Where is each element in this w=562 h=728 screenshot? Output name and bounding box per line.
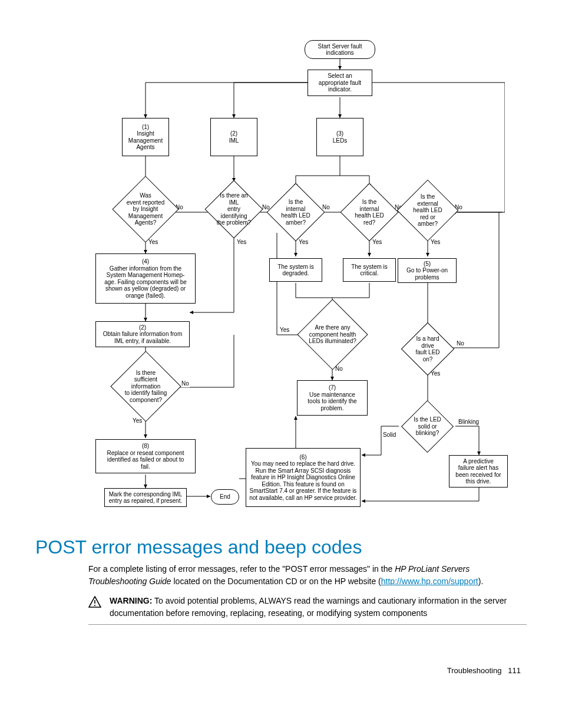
node-text: Is there sufficient information to ident… <box>121 368 171 405</box>
node-text: Start Server fault indications <box>318 43 362 57</box>
node-branch-3: (3) LEDs <box>316 118 363 156</box>
document-page: Yes No Yes No Yes No Yes No Yes No Yes N… <box>0 0 562 699</box>
text: located on the Documentation CD or on th… <box>171 577 381 586</box>
node-text: Is there an IML entry identifying the pr… <box>213 191 254 228</box>
node-predictive-alert: A predictive failure alert has been rece… <box>449 455 508 487</box>
decision-sufficient-info: Is there sufficient information to ident… <box>121 361 171 411</box>
flowchart-diagram: Yes No Yes No Yes No Yes No Yes No Yes N… <box>57 35 505 525</box>
node-text: End <box>220 493 230 500</box>
warning-block: WARNING: To avoid potential problems, AL… <box>88 595 527 625</box>
node-text: The system is critical. <box>351 263 388 277</box>
node-text: The system is degraded. <box>277 263 314 277</box>
node-maintenance-tools: (7) Use maintenance tools to identify th… <box>297 380 368 416</box>
node-text: (5) Go to Power-on problems <box>406 261 448 281</box>
section-heading: POST error messages and beep codes <box>35 536 527 558</box>
edge-label: Yes <box>430 239 441 246</box>
edge-label: Yes <box>372 239 382 246</box>
node-branch-2: (2) IML <box>210 118 257 156</box>
decision-hdd-fault: Is a hard drive fault LED on? <box>409 330 447 368</box>
warning-body: To avoid potential problems, ALWAYS read… <box>110 596 507 618</box>
decision-external-led: Is the external health LED red or amber? <box>406 189 449 232</box>
edge-label: Blinking <box>458 419 480 426</box>
node-text: (1) Insight Management Agents <box>128 124 163 151</box>
decision-iml-entry: Is there an IML entry identifying the pr… <box>213 189 254 230</box>
node-start: Start Server fault indications <box>305 40 375 59</box>
node-text: (3) LEDs <box>333 130 347 144</box>
node-text: Is the external health LED red or amber? <box>406 192 449 229</box>
node-text: (8) Replace or reseat component identifi… <box>107 443 184 470</box>
support-link[interactable]: http://www.hp.com/support <box>381 577 478 586</box>
decision-event-reported: Was event reported by Insight Management… <box>122 186 169 233</box>
node-branch-1: (1) Insight Management Agents <box>122 118 169 156</box>
node-replace-component: (8) Replace or reseat component identifi… <box>95 439 196 473</box>
edge-label: Yes <box>148 239 158 246</box>
node-obtain-iml: (2) Obtain failure information from IML … <box>95 321 190 347</box>
node-text: Is the internal health LED red? <box>349 197 390 227</box>
node-text: Is a hard drive fault LED on? <box>409 334 447 364</box>
node-text: (6) You may need to replace the hard dri… <box>249 454 357 502</box>
edge-label: Yes <box>298 239 309 246</box>
body-paragraph: For a complete listing of error messages… <box>88 563 527 588</box>
node-text: A predictive failure alert has been rece… <box>455 458 501 485</box>
edge-label: Yes <box>236 239 247 246</box>
node-system-critical: The system is critical. <box>343 258 396 282</box>
decision-component-leds: Are there any component health LEDs illu… <box>308 309 358 360</box>
page-footer: Troubleshooting 111 <box>35 666 527 675</box>
node-replace-hard-drive: (6) You may need to replace the hard dri… <box>246 448 361 507</box>
warning-lead: WARNING: <box>110 596 152 605</box>
edge-label: Solid <box>382 431 396 439</box>
node-text: Is the internal health LED amber? <box>275 197 316 227</box>
edge-label: Yes <box>132 417 143 424</box>
text: For a complete listing of error messages… <box>88 564 395 574</box>
node-text: (2) IML <box>229 130 239 144</box>
node-text: Are there any component health LEDs illu… <box>308 323 358 346</box>
node-text: (7) Use maintenance tools to identify th… <box>308 384 356 411</box>
node-text: Was event reported by Insight Management… <box>122 191 169 228</box>
edge-label: Yes <box>279 327 290 334</box>
node-power-on-problems: (5) Go to Power-on problems <box>398 258 457 283</box>
node-text: Select an appropriate fault indicator. <box>319 73 361 93</box>
node-text: (2) Obtain failure information from IML … <box>103 324 183 345</box>
footer-page-number: 111 <box>508 666 521 675</box>
edge-label: No <box>181 380 190 387</box>
node-text: Mark the corresponding IML entry as repa… <box>109 491 183 505</box>
node-gather-info: (4) Gather information from the System M… <box>95 253 196 304</box>
node-system-degraded: The system is degraded. <box>269 258 322 282</box>
node-text: (4) Gather information from the System M… <box>104 258 187 299</box>
node-select-indicator: Select an appropriate fault indicator. <box>308 70 372 96</box>
svg-point-32 <box>94 605 95 606</box>
decision-internal-amber: Is the internal health LED amber? <box>275 192 316 233</box>
footer-section: Troubleshooting <box>447 666 502 675</box>
node-mark-iml: Mark the corresponding IML entry as repa… <box>104 488 187 507</box>
edge-label: No <box>456 340 465 347</box>
node-text: Is the LED solid or blinking? <box>409 415 446 438</box>
warning-icon <box>88 595 110 620</box>
decision-internal-red: Is the internal health LED red? <box>349 192 390 233</box>
warning-text: WARNING: To avoid potential problems, AL… <box>110 595 527 620</box>
node-end: End <box>211 489 239 505</box>
text: ). <box>478 577 484 586</box>
decision-solid-blinking: Is the LED solid or blinking? <box>409 408 446 445</box>
